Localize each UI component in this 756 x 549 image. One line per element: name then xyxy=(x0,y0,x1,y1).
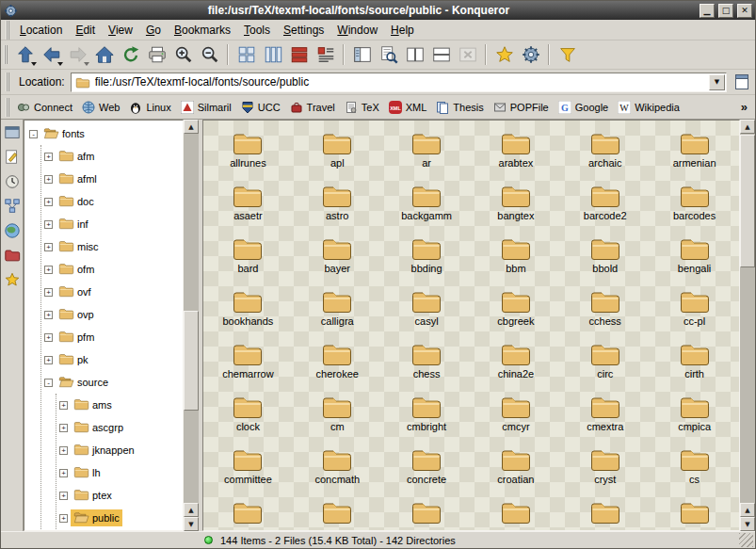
folder-item-cryst[interactable]: cryst xyxy=(560,443,650,495)
folder-item-committee[interactable]: committee xyxy=(203,443,293,495)
tree-expander-icon[interactable]: + xyxy=(44,175,53,184)
tree-item-inf[interactable]: +inf xyxy=(44,213,183,235)
tree-item-body[interactable]: ofm xyxy=(56,261,97,278)
bookmark-travel[interactable]: Travel xyxy=(286,98,339,117)
reload-button[interactable] xyxy=(118,42,143,68)
tree-item-body[interactable]: ascgrp xyxy=(71,419,126,436)
folder-item-bbding[interactable]: bbding xyxy=(382,232,472,284)
icon-view-button[interactable] xyxy=(233,42,259,68)
folder-item-cmpica[interactable]: cmpica xyxy=(650,390,739,443)
detail-view-button[interactable] xyxy=(286,42,312,68)
tree-item-doc[interactable]: +doc xyxy=(44,190,183,213)
show-navigation-panel-button[interactable] xyxy=(349,42,375,68)
bookmark-silmaril[interactable]: Silmaril xyxy=(177,98,235,117)
folder-item[interactable] xyxy=(650,495,739,531)
folder-item-cbgreek[interactable]: cbgreek xyxy=(472,284,561,337)
folder-item-cm[interactable]: cm xyxy=(293,390,382,443)
tree-item-ascgrp[interactable]: +ascgrp xyxy=(59,416,183,439)
folder-item-bangtex[interactable]: bangtex xyxy=(472,179,561,232)
tree-expander-icon[interactable]: + xyxy=(44,311,53,319)
menu-view[interactable]: View xyxy=(102,22,139,39)
sidebar-tab-bookmarks-icon[interactable] xyxy=(4,271,21,288)
tree-item-ams[interactable]: +ams xyxy=(59,394,183,416)
multicolumn-view-button[interactable] xyxy=(260,42,285,68)
main-scrollbar[interactable]: ▲ ▲ ▼ xyxy=(740,120,755,531)
folder-item-armenian[interactable]: armenian xyxy=(650,126,739,179)
scroll-down-icon[interactable]: ▼ xyxy=(184,517,199,531)
folder-item-bengali[interactable]: bengali xyxy=(650,232,739,284)
directory-icon-view[interactable]: allrunesaplararabtexarchaicarmenianasaet… xyxy=(202,120,740,531)
menu-window[interactable]: Window xyxy=(330,22,384,39)
tree-item-body[interactable]: afm xyxy=(56,148,97,165)
menu-tools[interactable]: Tools xyxy=(237,22,277,39)
tree-expander-icon[interactable]: + xyxy=(59,514,68,523)
bookmark-overflow-chevron[interactable]: » xyxy=(739,100,751,114)
bookmark-xml[interactable]: XMLXML xyxy=(385,98,431,117)
tree-item-ovf[interactable]: +ovf xyxy=(44,281,183,303)
tree-item-afm[interactable]: +afm xyxy=(44,145,183,168)
tree-expander-icon[interactable]: + xyxy=(59,424,68,432)
toolbar-handle[interactable] xyxy=(6,73,9,91)
folder-item-ar[interactable]: ar xyxy=(382,126,472,179)
tree-expander-icon[interactable]: + xyxy=(44,266,53,274)
menu-settings[interactable]: Settings xyxy=(277,22,330,39)
close-button[interactable]: ✕ xyxy=(737,4,752,18)
tree-item-body[interactable]: lh xyxy=(71,464,104,481)
toolbar-handle[interactable] xyxy=(4,45,8,64)
bookmark-ucc[interactable]: UCC xyxy=(237,98,284,117)
folder-item-bayer[interactable]: bayer xyxy=(293,232,382,284)
sidebar-tab-web-module-icon[interactable] xyxy=(4,124,21,141)
tree-item-lh[interactable]: +lh xyxy=(59,461,183,484)
tree-item-ovp[interactable]: +ovp xyxy=(44,303,183,326)
toolbar-extension-icon[interactable] xyxy=(732,73,751,91)
scrollbar-track[interactable] xyxy=(184,134,199,503)
menu-edit[interactable]: Edit xyxy=(69,22,102,39)
folder-item-chess[interactable]: chess xyxy=(382,337,472,390)
scroll-up-icon[interactable]: ▲ xyxy=(740,503,755,517)
folder-item-bbold[interactable]: bbold xyxy=(560,232,650,284)
sidebar-tab-annotate-icon[interactable] xyxy=(4,149,21,166)
menu-location[interactable]: Location xyxy=(13,22,69,39)
split-view-left-right-button[interactable] xyxy=(402,42,427,68)
folder-item-bard[interactable]: bard xyxy=(203,232,293,284)
folder-item-barcode2[interactable]: barcode2 xyxy=(560,179,650,232)
folder-item[interactable] xyxy=(472,495,561,531)
folder-item[interactable] xyxy=(560,495,650,531)
tree-item-jknappen[interactable]: +jknappen xyxy=(59,439,183,461)
scroll-up-icon[interactable]: ▲ xyxy=(184,503,199,517)
zoom-out-button[interactable] xyxy=(197,42,222,68)
tree-item-body[interactable]: ptex xyxy=(71,487,115,504)
tree-expander-icon[interactable]: + xyxy=(44,153,53,161)
sidebar-tab-history-icon[interactable] xyxy=(4,173,21,190)
filter-button[interactable] xyxy=(555,42,580,68)
folder-item-asaetr[interactable]: asaetr xyxy=(203,179,293,232)
tree-item-body[interactable]: public xyxy=(71,509,122,526)
tree-expander-icon[interactable]: + xyxy=(44,243,53,251)
bookmark-tex[interactable]: TeX xyxy=(341,98,383,117)
folder-item[interactable] xyxy=(203,495,293,531)
bookmark-thesis[interactable]: Thesis xyxy=(432,98,487,117)
bookmark-star-button[interactable] xyxy=(491,42,517,68)
tree-item-body[interactable]: ovp xyxy=(56,306,97,323)
resize-grip-icon[interactable] xyxy=(739,533,753,547)
tree-expander-icon[interactable]: + xyxy=(59,492,68,500)
tree-item-misc[interactable]: +misc xyxy=(44,235,183,258)
back-button[interactable] xyxy=(39,42,64,68)
bookmark-google[interactable]: GGoogle xyxy=(555,98,612,117)
tree-expander-icon[interactable]: + xyxy=(44,333,53,342)
bookmark-popfile[interactable]: POPFile xyxy=(490,98,553,117)
up-button[interactable] xyxy=(12,42,38,68)
folder-item[interactable] xyxy=(382,495,472,531)
tree-expander-icon[interactable]: + xyxy=(44,288,53,297)
folder-item[interactable] xyxy=(293,495,382,531)
tree-item-ofm[interactable]: +ofm xyxy=(44,258,183,281)
tree-expander-icon[interactable]: - xyxy=(29,130,38,138)
tree-item-source[interactable]: -source xyxy=(44,371,183,394)
sidebar-tab-root-folder-icon[interactable] xyxy=(4,247,21,264)
menu-help[interactable]: Help xyxy=(384,22,421,39)
folder-item-clock[interactable]: clock xyxy=(203,390,293,443)
folder-item-cmbright[interactable]: cmbright xyxy=(382,390,472,443)
folder-item-barcodes[interactable]: barcodes xyxy=(650,179,739,232)
folder-item-cirth[interactable]: cirth xyxy=(650,337,739,390)
folder-item-allrunes[interactable]: allrunes xyxy=(203,126,293,179)
